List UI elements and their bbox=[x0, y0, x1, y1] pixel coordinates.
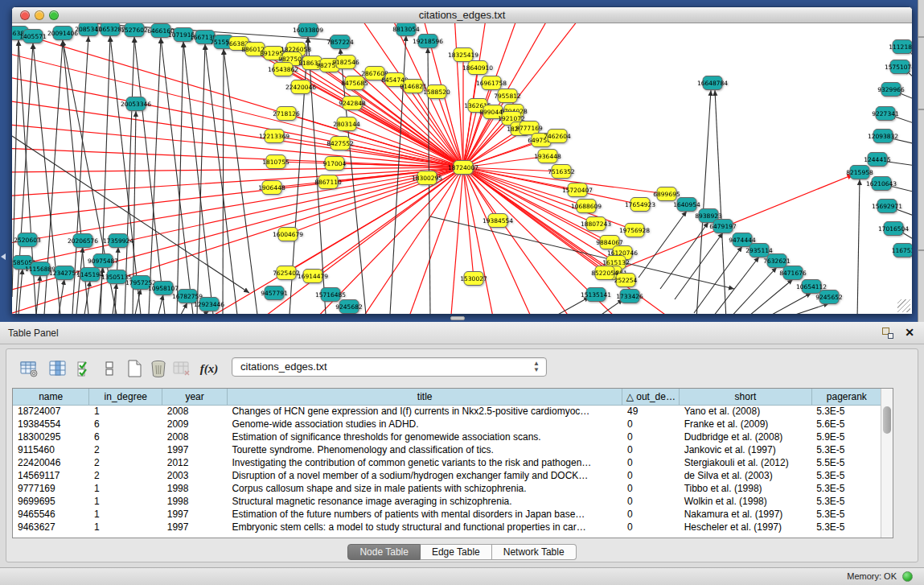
table-row[interactable]: 969969511998Structural magnetic resonanc… bbox=[13, 495, 881, 508]
table-row[interactable]: 1872400712008Changes of HCN gene express… bbox=[13, 405, 881, 418]
table-cell[interactable]: Stergiakouli et al. (2012) bbox=[680, 456, 812, 469]
table-row[interactable]: 911546021997Tourette syndrome. Phenomeno… bbox=[13, 443, 881, 456]
node[interactable]: 90975487 bbox=[88, 254, 118, 268]
close-panel-icon[interactable]: ✕ bbox=[905, 326, 914, 339]
table-cell[interactable]: Estimation of significance thresholds fo… bbox=[227, 431, 622, 443]
table-cell[interactable]: Tibbo et al. (1998) bbox=[680, 482, 812, 495]
table-cell[interactable]: 2008 bbox=[162, 431, 228, 443]
table-row[interactable]: 1938455462009Genome-wide association stu… bbox=[13, 418, 881, 431]
table-cell[interactable]: 5.3E-5 bbox=[811, 508, 881, 521]
column-checks-icon[interactable] bbox=[74, 357, 97, 380]
selected-node[interactable]: 16004679 bbox=[273, 228, 303, 241]
node[interactable]: 15692971 bbox=[872, 200, 902, 213]
table-cell[interactable]: 5.3E-5 bbox=[811, 495, 881, 508]
window-resize-grip[interactable] bbox=[897, 299, 910, 312]
node[interactable]: 16033809 bbox=[293, 23, 323, 37]
table-cell[interactable]: Disruption of a novel member of a sodium… bbox=[227, 469, 622, 482]
table-row[interactable]: 977716911998Corpus callosum shape and si… bbox=[13, 482, 881, 495]
node[interactable]: 1733426 bbox=[616, 290, 643, 303]
table-cell[interactable]: 2009 bbox=[162, 418, 228, 431]
table-cell[interactable]: 5.9E-5 bbox=[811, 431, 881, 443]
node[interactable]: 2520603 bbox=[14, 233, 41, 247]
tab-network-table[interactable]: Network Table bbox=[492, 544, 577, 560]
table-cell[interactable]: Hescheler et al. (1997) bbox=[680, 521, 812, 534]
table-cell[interactable]: Embryonic stem cells: a model to study s… bbox=[227, 521, 622, 534]
table-cell[interactable]: 2 bbox=[89, 443, 162, 456]
table-cell[interactable]: 1997 bbox=[162, 521, 228, 534]
node[interactable]: 9227341 bbox=[872, 107, 899, 121]
delete-table-icon[interactable] bbox=[147, 357, 170, 380]
table-settings-icon[interactable] bbox=[18, 357, 40, 380]
node[interactable]: 8215958 bbox=[846, 166, 873, 179]
selected-node[interactable]: 1588520 bbox=[423, 85, 450, 99]
table-cell[interactable]: 9463627 bbox=[13, 521, 89, 534]
selected-node[interactable]: 9182546 bbox=[332, 56, 359, 69]
table-cell[interactable]: 5.3E-5 bbox=[811, 469, 881, 482]
node[interactable]: 7632621 bbox=[763, 254, 791, 268]
table-cell[interactable]: 0 bbox=[622, 482, 680, 495]
selected-node[interactable]: 9242848 bbox=[339, 97, 366, 110]
node[interactable]: 1145194 bbox=[76, 268, 104, 282]
table-cell[interactable]: 0 bbox=[622, 521, 680, 534]
table-cell[interactable]: 2008 bbox=[162, 405, 228, 418]
table-cell[interactable]: 2 bbox=[89, 469, 162, 482]
node[interactable]: 20053346 bbox=[121, 97, 151, 111]
scrollbar-thumb[interactable] bbox=[883, 406, 891, 434]
node[interactable]: 15751074 bbox=[885, 60, 912, 74]
selected-node[interactable]: 8427552 bbox=[326, 137, 354, 150]
table-cell[interactable]: Yano et al. (2008) bbox=[680, 405, 812, 418]
node[interactable]: 9245682 bbox=[335, 300, 363, 314]
selected-node[interactable]: 8867110 bbox=[314, 175, 342, 189]
table-cell[interactable]: 5.3E-5 bbox=[811, 443, 881, 456]
selected-node[interactable]: 2803144 bbox=[333, 117, 360, 131]
network-window[interactable]: citations_edges.txt 16638041405571200914… bbox=[11, 6, 913, 314]
node[interactable]: 7857224 bbox=[326, 35, 354, 49]
table-cell[interactable]: 5.6E-5 bbox=[811, 418, 881, 431]
table-cell[interactable]: 0 bbox=[622, 431, 680, 443]
table-cell[interactable]: 14569117 bbox=[13, 469, 89, 482]
selected-node[interactable]: 7516352 bbox=[548, 165, 575, 179]
table-cell[interactable]: Jankovic et al. (1997) bbox=[680, 443, 812, 456]
node[interactable]: 8471676 bbox=[779, 266, 807, 280]
node[interactable]: 19218596 bbox=[413, 35, 443, 48]
table-cell[interactable]: 9465546 bbox=[13, 508, 89, 521]
tab-node-table[interactable]: Node Table bbox=[347, 544, 421, 560]
column-header-pagerank[interactable]: pagerank bbox=[811, 389, 881, 405]
selected-node[interactable]: 8475685 bbox=[341, 76, 368, 90]
table-source-dropdown[interactable]: citations_edges.txt ▲▼ bbox=[232, 357, 547, 377]
table-cell[interactable]: 0 bbox=[622, 443, 680, 456]
selected-node[interactable]: 917004 bbox=[323, 157, 347, 171]
table-cell[interactable]: 9777169 bbox=[13, 482, 89, 495]
selected-node[interactable]: 1530027 bbox=[460, 272, 487, 286]
table-cell[interactable]: 1 bbox=[89, 482, 162, 495]
select-columns-icon[interactable] bbox=[47, 357, 69, 380]
table-cell[interactable]: 6 bbox=[89, 418, 162, 431]
table-cell[interactable]: Dudbridge et al. (2008) bbox=[680, 431, 812, 443]
collapsed-results-panel-strip[interactable] bbox=[918, 0, 924, 322]
node[interactable]: 15716485 bbox=[315, 288, 346, 302]
table-cell[interactable]: 1 bbox=[89, 521, 162, 534]
node[interactable]: 20206576 bbox=[68, 234, 98, 248]
table-cell[interactable]: Nakamura et al. (1997) bbox=[680, 508, 812, 521]
node-table[interactable]: namein_degreeyeartitle△ out_de…shortpage… bbox=[13, 389, 881, 534]
node[interactable]: 1244415 bbox=[864, 153, 891, 167]
node[interactable]: 6479197 bbox=[709, 220, 737, 233]
table-cell[interactable]: 22420046 bbox=[13, 456, 89, 469]
table-cell[interactable]: 6 bbox=[89, 431, 162, 443]
table-cell[interactable]: Wolkin et al. (1998) bbox=[680, 495, 812, 508]
table-cell[interactable]: Genome-wide association studies in ADHD. bbox=[227, 418, 622, 431]
table-cell[interactable]: 5.3E-5 bbox=[811, 521, 881, 534]
selected-node[interactable]: 15720407 bbox=[562, 183, 593, 197]
node[interactable]: 9457791 bbox=[261, 286, 288, 300]
selected-node[interactable]: 7955812 bbox=[494, 89, 521, 103]
table-cell[interactable]: Franke et al. (2009) bbox=[680, 418, 812, 431]
table-cell[interactable]: 18300295 bbox=[13, 431, 89, 443]
column-header-year[interactable]: year bbox=[162, 389, 228, 405]
selected-node[interactable]: 6899695 bbox=[653, 187, 680, 201]
table-cell[interactable]: 1998 bbox=[162, 482, 228, 495]
selected-node[interactable]: 18640910 bbox=[462, 61, 493, 75]
table-cell[interactable]: 1 bbox=[89, 508, 162, 521]
table-cell[interactable]: 49 bbox=[622, 405, 680, 418]
selected-node[interactable]: 7462604 bbox=[544, 130, 571, 143]
selected-node[interactable]: 10688609 bbox=[571, 200, 602, 213]
